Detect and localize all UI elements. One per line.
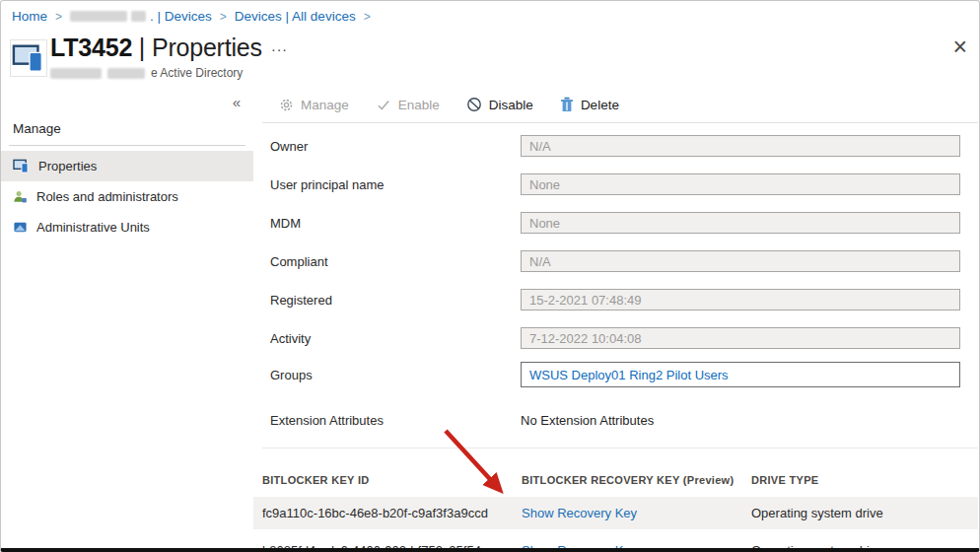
- table-divider: [262, 448, 978, 448]
- breadcrumb: Home > . | Devices > Devices | All devic…: [12, 9, 372, 24]
- blade-name: Properties: [152, 34, 262, 61]
- redacted-tenant-name: [70, 11, 127, 22]
- redacted-subtitle: [107, 68, 145, 79]
- registered-input-disabled: 15-2-2021 07:48:49: [521, 289, 960, 310]
- check-icon: [376, 98, 391, 112]
- field-label: MDM: [270, 216, 521, 231]
- field-label: Groups: [270, 368, 521, 382]
- collapse-sidebar-icon[interactable]: «: [233, 94, 241, 110]
- upn-input-disabled: None: [521, 173, 960, 195]
- device-properties-page: Home > . | Devices > Devices | All devic…: [0, 0, 980, 552]
- sidebar-section-manage: Manage: [13, 121, 253, 136]
- page-title: LT3452 | Properties: [50, 34, 262, 62]
- column-header-recovery-key: BITLOCKER RECOVERY KEY (Preview): [522, 474, 751, 486]
- sidebar-item-roles-and-administrators[interactable]: Roles and administrators: [1, 181, 253, 212]
- sidebar-item-label: Properties: [38, 159, 97, 173]
- breadcrumb-all-devices[interactable]: Devices | All devices: [235, 9, 356, 24]
- admin-units-icon: [13, 220, 28, 235]
- device-icon: [10, 39, 47, 77]
- column-header-key-id: BITLOCKER KEY ID: [262, 474, 522, 486]
- toolbar-divider: [262, 122, 978, 123]
- field-label: Compliant: [270, 254, 521, 269]
- field-registered: Registered 15-2-2021 07:48:49: [270, 288, 960, 311]
- breadcrumb-tenant-devices[interactable]: . | Devices: [70, 9, 212, 24]
- device-name: LT3452: [50, 34, 132, 61]
- mdm-input-disabled: None: [521, 212, 960, 234]
- bitlocker-table-row[interactable]: fc9a110c-16bc-46e8-b20f-c9af3f3a9ccd Sho…: [253, 497, 978, 529]
- breadcrumb-separator: >: [219, 10, 228, 24]
- field-user-principal-name: User principal name None: [270, 172, 960, 196]
- properties-content: Manage Enable Disable: [253, 90, 978, 548]
- field-compliant: Compliant N/A: [270, 249, 960, 273]
- bitlocker-table-row[interactable]: b8085fd4-adc6-4400-902d-f752c25f54... Sh…: [253, 534, 978, 552]
- page-subtitle: e Active Directory: [50, 66, 243, 80]
- sidebar-item-label: Administrative Units: [36, 220, 150, 235]
- enable-button: Enable: [376, 98, 440, 112]
- bitlocker-table-header: BITLOCKER KEY ID BITLOCKER RECOVERY KEY …: [253, 474, 978, 486]
- breadcrumb-separator: >: [54, 10, 63, 24]
- sidebar-item-label: Roles and administrators: [36, 189, 178, 204]
- column-header-drive-type: DRIVE TYPE: [751, 474, 978, 486]
- field-label: Extension Attributes: [270, 413, 521, 428]
- field-owner: Owner N/A: [270, 134, 960, 158]
- groups-link[interactable]: WSUS Deploy01 Ring2 Pilot Users: [529, 368, 729, 382]
- command-bar: Manage Enable Disable: [279, 97, 619, 112]
- drive-type: Operating system drive: [751, 543, 978, 552]
- manage-button: Manage: [279, 98, 349, 112]
- show-recovery-key-link[interactable]: Show Recovery Key: [522, 506, 751, 520]
- field-label: Registered: [270, 293, 521, 308]
- bitlocker-key-id: fc9a110c-16bc-46e8-b20f-c9af3f3a9ccd: [262, 506, 522, 520]
- title-separator: |: [139, 34, 145, 61]
- breadcrumb-home[interactable]: Home: [12, 9, 47, 24]
- sidebar-item-properties[interactable]: Properties: [1, 151, 253, 181]
- groups-box: WSUS Deploy01 Ring2 Pilot Users: [521, 362, 960, 387]
- device-icon: [13, 159, 30, 173]
- sidebar: « Manage Properties Roles and administra…: [1, 90, 253, 544]
- extension-attributes-value: No Extension Attributes: [521, 413, 654, 428]
- field-mdm: MDM None: [270, 211, 960, 235]
- gear-icon: [279, 98, 294, 112]
- roles-icon: [13, 189, 28, 204]
- show-recovery-key-link[interactable]: Show Recovery Key: [522, 543, 751, 552]
- field-groups: Groups WSUS Deploy01 Ring2 Pilot Users: [270, 363, 960, 386]
- more-menu-icon[interactable]: ···: [271, 41, 288, 57]
- field-label: Owner: [270, 139, 521, 154]
- compliant-input-disabled: N/A: [521, 250, 960, 272]
- owner-input-disabled: N/A: [521, 135, 960, 157]
- field-activity: Activity 7-12-2022 10:04:08: [270, 326, 960, 350]
- field-extension-attributes: Extension Attributes No Extension Attrib…: [270, 408, 960, 432]
- drive-type: Operating system drive: [751, 506, 978, 520]
- bitlocker-key-id: b8085fd4-adc6-4400-902d-f752c25f54...: [262, 543, 522, 552]
- field-label: Activity: [270, 331, 521, 346]
- breadcrumb-separator: >: [363, 10, 372, 24]
- close-icon[interactable]: ×: [952, 34, 967, 59]
- delete-button[interactable]: Delete: [560, 97, 619, 112]
- activity-input-disabled: 7-12-2022 10:04:08: [521, 327, 960, 349]
- sidebar-divider: [9, 145, 245, 146]
- disable-button[interactable]: Disable: [466, 97, 533, 112]
- redacted-subtitle: [50, 68, 102, 79]
- sidebar-item-administrative-units[interactable]: Administrative Units: [1, 212, 253, 242]
- trash-icon: [560, 97, 574, 112]
- block-icon: [466, 97, 482, 112]
- redacted-tenant-name: [131, 11, 146, 22]
- field-label: User principal name: [270, 177, 521, 192]
